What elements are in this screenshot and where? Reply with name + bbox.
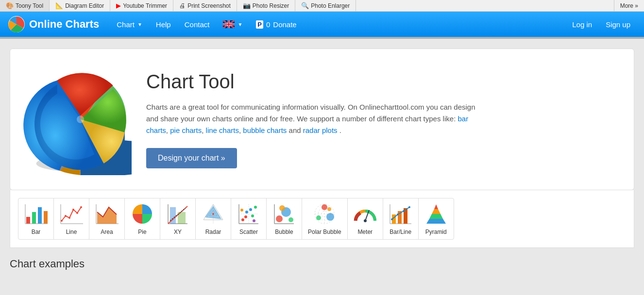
svg-rect-9: [228, 20, 229, 28]
svg-point-22: [68, 217, 70, 219]
svg-point-79: [397, 213, 399, 215]
nav-contact-label: Contact: [185, 20, 210, 29]
svg-point-69: [316, 215, 321, 220]
svg-rect-12: [26, 217, 30, 224]
pyramid-chart-icon: [424, 202, 448, 226]
bar-chart-icon: [24, 202, 48, 226]
navbar: Online Charts Chart ▼ Help Contact: [0, 12, 644, 37]
svg-point-25: [80, 206, 82, 208]
area-chart-icon: [95, 202, 119, 226]
bubble-chart-label: Bubble: [275, 229, 293, 235]
toolbar-more-label: More »: [620, 2, 638, 9]
svg-point-43: [212, 213, 214, 215]
nav-chart-label: Chart: [117, 20, 135, 29]
svg-rect-13: [32, 212, 36, 224]
chart-type-meter[interactable]: Meter: [348, 198, 383, 239]
barline-chart-label: Bar/Line: [390, 229, 411, 235]
navbar-links: Chart ▼ Help Contact ▼ P: [111, 17, 566, 32]
chart-type-polar-bubble[interactable]: Polar Bubble: [302, 198, 348, 239]
svg-point-72: [364, 219, 367, 222]
brand-logo-icon: [8, 16, 25, 33]
chart-type-bar[interactable]: Bar: [18, 198, 54, 239]
svg-point-81: [408, 206, 410, 208]
svg-rect-15: [44, 211, 48, 224]
toolbar-photo-enlarger[interactable]: 🔍 Photo Enlarger: [295, 0, 356, 11]
flag-icon: [223, 20, 235, 28]
pie-chart-icon: [131, 202, 154, 226]
hero-link-pie[interactable]: pie charts: [170, 126, 202, 134]
svg-point-23: [72, 209, 74, 211]
meter-chart-icon: [354, 202, 377, 226]
toolbar-print-screenshot[interactable]: 🖨 Print Screenshot: [173, 0, 237, 11]
svg-point-67: [322, 204, 327, 210]
polar-bubble-chart-label: Polar Bubble: [308, 229, 341, 235]
line-chart-label: Line: [66, 229, 77, 235]
chart-types-grid: Bar Line: [18, 198, 454, 240]
nav-login[interactable]: Log in: [566, 17, 598, 32]
photo-resizer-label: Photo Resizer: [253, 2, 289, 9]
youtube-trimmer-label: Youtube Trimmer: [123, 2, 167, 9]
lang-dropdown-arrow: ▼: [237, 22, 242, 27]
nav-chart[interactable]: Chart ▼: [111, 17, 148, 32]
photo-enlarger-icon: 🔍: [301, 2, 309, 9]
svg-point-70: [327, 207, 331, 211]
nav-contact[interactable]: Contact: [179, 17, 216, 32]
diagram-editor-icon: 📐: [55, 2, 63, 9]
nav-help[interactable]: Help: [150, 17, 177, 32]
svg-point-11: [77, 115, 84, 123]
nav-donate[interactable]: P 0 Donate: [250, 17, 302, 32]
svg-point-54: [240, 209, 243, 212]
svg-point-78: [391, 218, 393, 220]
svg-point-68: [326, 213, 334, 221]
brand-logo-link[interactable]: Online Charts: [8, 16, 99, 33]
chart-type-pyramid[interactable]: Pyramid: [419, 198, 454, 239]
nav-language[interactable]: ▼: [217, 17, 248, 31]
chart-type-bubble[interactable]: Bubble: [267, 198, 302, 239]
chart-dropdown-arrow: ▼: [137, 22, 142, 27]
chart-type-scatter[interactable]: Scatter: [231, 198, 267, 239]
svg-marker-85: [429, 214, 443, 219]
svg-point-80: [403, 210, 405, 212]
hero-card: Chart Tool Charts are a great tool for c…: [10, 49, 634, 190]
photo-enlarger-label: Photo Enlarger: [311, 2, 350, 9]
toolbar-toony-tool[interactable]: 🎨 Toony Tool: [0, 0, 50, 11]
chart-type-barline[interactable]: Bar/Line: [383, 198, 419, 239]
chart-type-pie[interactable]: Pie: [125, 198, 160, 239]
youtube-icon: ▶: [116, 2, 121, 9]
radar-chart-icon: [202, 202, 225, 226]
chart-type-radar[interactable]: Radar: [196, 198, 231, 239]
hero-text: Chart Tool Charts are a great tool for c…: [146, 71, 476, 168]
svg-rect-14: [38, 207, 42, 224]
xy-chart-icon: [166, 202, 189, 226]
login-label: Log in: [572, 20, 592, 29]
design-chart-button[interactable]: Design your chart »: [146, 148, 237, 168]
svg-marker-83: [434, 204, 438, 209]
toolbar-more[interactable]: More »: [614, 0, 644, 11]
chart-type-xy[interactable]: XY: [160, 198, 196, 239]
donate-count: 0: [266, 20, 270, 29]
chart-type-line[interactable]: Line: [54, 198, 89, 239]
toolbar-youtube-trimmer[interactable]: ▶ Youtube Trimmer: [110, 0, 173, 11]
svg-point-49: [244, 215, 247, 218]
nav-signup[interactable]: Sign up: [600, 17, 636, 32]
chart-types-section: Bar Line: [10, 190, 634, 248]
toolbar-photo-resizer[interactable]: 📷 Photo Resizer: [237, 0, 295, 11]
hero-desc-text: Charts are a great tool for communicatin…: [146, 103, 475, 123]
toolbar-diagram-editor[interactable]: 📐 Diagram Editor: [50, 0, 110, 11]
paypal-icon: P: [256, 20, 263, 29]
svg-point-48: [241, 218, 244, 221]
hero-pie-chart: [20, 64, 132, 175]
hero-link-bubble[interactable]: bubble charts: [243, 126, 287, 134]
main-content: Chart Tool Charts are a great tool for c…: [0, 39, 644, 285]
hero-link-radar[interactable]: radar plots: [303, 126, 338, 134]
scatter-chart-icon: [237, 202, 260, 226]
chart-type-area[interactable]: Area: [89, 198, 125, 239]
brand-name: Online Charts: [29, 18, 99, 31]
signup-label: Sign up: [606, 20, 630, 29]
examples-section: Chart examples: [10, 248, 634, 275]
xy-chart-label: XY: [174, 229, 182, 235]
navbar-auth: Log in Sign up: [566, 17, 636, 32]
hero-link-line[interactable]: line charts: [206, 126, 239, 134]
barline-chart-icon: [389, 202, 412, 226]
svg-marker-86: [426, 219, 446, 224]
